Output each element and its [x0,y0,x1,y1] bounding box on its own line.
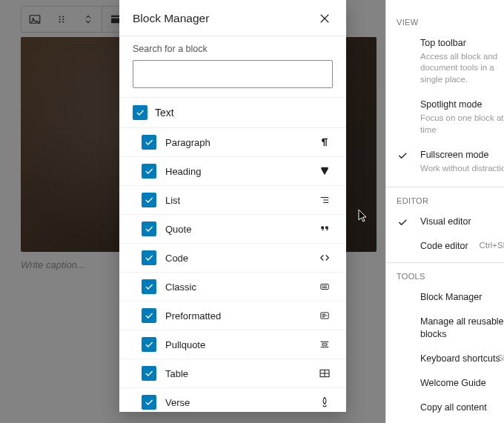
close-button[interactable] [316,10,333,27]
svg-rect-13 [325,285,327,286]
menu-item-desc: Work without distraction [420,163,504,175]
menu-item-label: Keyboard shortcuts [420,353,504,365]
block-checkbox[interactable] [142,250,156,265]
block-row-code[interactable]: Code [119,244,346,273]
pullquote-icon [316,339,333,350]
block-checkbox[interactable] [142,164,156,179]
svg-rect-10 [321,284,329,290]
check-icon [397,216,408,228]
block-name: Table [165,368,308,379]
menu-item-reusable-blocks[interactable]: Manage all reusable blocks [386,310,504,347]
section-label-view: VIEW [386,13,504,31]
search-label: Search for a block [133,44,333,54]
block-row-verse[interactable]: Verse [119,388,346,412]
classic-icon [316,282,333,292]
block-name: Heading [165,166,308,177]
block-checkbox[interactable] [142,395,156,410]
block-checkbox[interactable] [142,279,156,294]
list-icon [316,195,333,205]
modal-header: Block Manager [119,0,346,36]
menu-item-shortcut: Ctrl+Shift [479,240,504,252]
block-name: Code [165,253,308,264]
menu-item-desc: Access all block and document tools in a… [420,51,504,86]
menu-item-label: Manage all reusable blocks [420,316,504,341]
menu-item-block-manager[interactable]: Block Manager [386,285,504,310]
block-checkbox[interactable] [142,222,156,236]
menu-item-visual-editor[interactable]: Visual editor [386,210,504,234]
menu-item-welcome-guide[interactable]: Welcome Guide [386,371,504,396]
menu-item-label: Fullscreen mode [420,149,504,161]
heading-icon [316,165,333,177]
close-icon [318,12,331,25]
preformatted-icon [316,310,333,321]
menu-item-label: Block Manager [420,291,504,304]
block-row-quote[interactable]: Quote [119,215,346,244]
check-icon [397,150,408,161]
menu-item-label: Copy all content [420,402,504,414]
menu-item-spotlight[interactable]: Spotlight mode Focus on one block at a t… [386,93,504,143]
modal-title: Block Manager [133,12,209,25]
svg-rect-14 [322,287,327,288]
section-label-tools: TOOLS [386,267,504,285]
menu-item-top-toolbar[interactable]: Top toolbar Access all block and documen… [386,31,504,93]
code-icon [316,253,333,263]
block-name: Pullquote [165,339,308,350]
search-input[interactable] [133,60,333,88]
menu-item-shortcut: Shift [497,353,504,364]
block-name: Classic [165,282,308,293]
menu-item-label: Spotlight mode [420,99,504,111]
verse-icon [316,396,333,408]
svg-rect-12 [324,285,325,286]
menu-item-label: Welcome Guide [420,377,504,390]
category-checkbox[interactable] [133,105,147,120]
block-row-heading[interactable]: Heading [119,157,346,186]
options-menu: VIEW Top toolbar Access all block and do… [385,0,504,423]
block-checkbox[interactable] [142,308,156,323]
svg-rect-16 [322,344,327,345]
block-list[interactable]: Text Paragraph Heading List [119,98,346,412]
block-checkbox[interactable] [142,337,156,352]
block-row-classic[interactable]: Classic [119,273,346,302]
block-checkbox[interactable] [142,366,156,381]
block-name: Preformatted [165,310,308,322]
block-name: Verse [165,397,308,408]
search-area: Search for a block [119,36,346,98]
block-manager-modal: Block Manager Search for a block Text Pa… [119,0,346,412]
quote-icon [316,224,333,234]
block-row-list[interactable]: List [119,186,346,215]
menu-item-desc: Focus on one block at a time [420,113,504,136]
block-row-paragraph[interactable]: Paragraph [119,128,346,157]
block-checkbox[interactable] [142,193,156,207]
block-name: Paragraph [165,137,308,148]
divider [386,262,504,263]
menu-item-code-editor[interactable]: Code editor Ctrl+Shift [386,234,504,259]
section-label-editor: EDITOR [386,192,504,210]
menu-item-label: Top toolbar [420,37,504,50]
table-icon [316,367,333,379]
menu-item-fullscreen[interactable]: Fullscreen mode Work without distraction [386,143,504,181]
menu-item-copy-all[interactable]: Copy all content [386,396,504,420]
menu-item-label: Visual editor [420,216,504,228]
block-name: Quote [165,224,308,235]
category-label: Text [155,107,174,119]
block-row-preformatted[interactable]: Preformatted [119,302,346,330]
divider [386,187,504,187]
block-category-text[interactable]: Text [119,98,346,128]
block-row-pullquote[interactable]: Pullquote [119,330,346,359]
svg-rect-11 [322,285,324,286]
menu-item-help[interactable]: Help [386,420,504,423]
block-row-table[interactable]: Table [119,359,346,388]
paragraph-icon [316,136,333,148]
menu-item-keyboard-shortcuts[interactable]: Keyboard shortcuts Shift [386,347,504,371]
block-name: List [165,195,308,206]
block-checkbox[interactable] [142,135,156,150]
